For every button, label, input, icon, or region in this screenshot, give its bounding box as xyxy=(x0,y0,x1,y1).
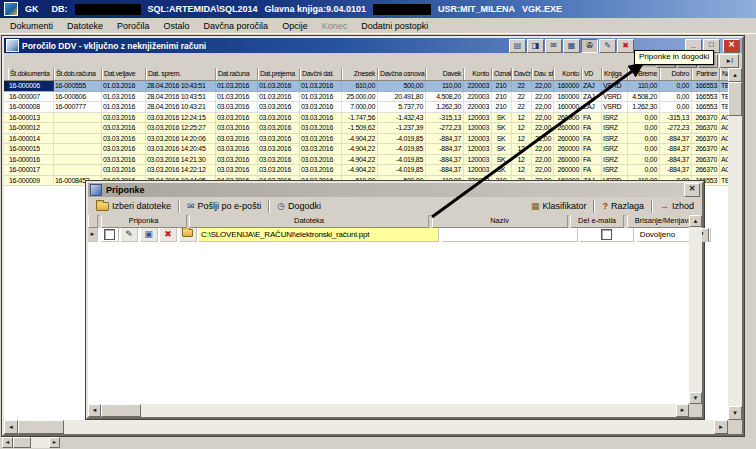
menu-davcna-porocila[interactable]: Davčna poročila xyxy=(197,20,276,32)
menu-datoteke[interactable]: Datoteke xyxy=(60,20,110,32)
izberi-datoteke-button[interactable]: Izberi datoteke xyxy=(91,200,176,212)
table-row[interactable]: 16-00001303.03.201603.03.2016 12:24:1503… xyxy=(4,113,728,124)
column-header[interactable]: Breme xyxy=(628,68,660,80)
scroll-up-icon[interactable]: ▲ xyxy=(689,215,702,227)
menu-opcije[interactable]: Opcije xyxy=(275,20,315,32)
column-header-naziv[interactable]: Naziv xyxy=(432,215,568,228)
scroll-up-icon[interactable]: ▲ xyxy=(728,68,742,82)
ddv-titlebar[interactable]: Poročilo DDV - vključno z neknjiženimi r… xyxy=(4,38,742,53)
column-header[interactable]: Dat.veljave xyxy=(102,68,146,80)
vscroll-thumb[interactable] xyxy=(728,82,742,116)
menu-dokumenti[interactable]: Dokumenti xyxy=(3,20,60,32)
ddv-horizontal-scrollbar[interactable]: ◄ ► xyxy=(4,420,728,434)
column-header[interactable]: Št.dokumenta xyxy=(8,68,54,80)
column-header[interactable]: Partner xyxy=(692,68,720,80)
column-header[interactable]: Dobro xyxy=(660,68,692,80)
save-attachment-icon[interactable]: ▣ xyxy=(144,229,153,239)
attachments-icon[interactable]: ✇ xyxy=(581,39,598,53)
priponke-vertical-scrollbar[interactable]: ▲ ▼ xyxy=(689,215,702,404)
column-header[interactable]: Dat.računa xyxy=(216,68,258,80)
column-header[interactable]: Davek xyxy=(426,68,464,80)
grid-cell: ACI xyxy=(720,123,728,134)
dogodki-button[interactable]: ◷ Dogodki xyxy=(272,200,326,212)
priponke-close-button[interactable]: ✕ xyxy=(684,183,700,197)
table-row[interactable]: 16-00001703.03.201603.03.2016 14:22:1203… xyxy=(4,165,728,176)
grid-cell: 1.262,30 xyxy=(426,102,464,113)
grid-cell xyxy=(54,134,102,145)
column-header[interactable]: VD xyxy=(582,68,602,80)
grid-cell: 03.03.2016 xyxy=(258,134,300,145)
column-header-del-emaila[interactable]: Del e-maila xyxy=(570,215,624,228)
scroll-left-icon[interactable]: ◄ xyxy=(4,420,18,434)
hscroll-thumb[interactable] xyxy=(101,404,141,417)
mdi-horizontal-scrollbar[interactable]: ◄ ► xyxy=(2,437,60,448)
column-header[interactable]: Davčna oz. xyxy=(512,68,532,80)
hscroll-thumb[interactable] xyxy=(13,437,31,448)
delete-attachment-icon[interactable]: ✖ xyxy=(164,229,172,239)
close-button[interactable]: ✕ xyxy=(723,39,740,53)
column-header[interactable]: Št.dob.računa xyxy=(54,68,102,80)
edit-attachment-icon[interactable]: ✎ xyxy=(125,229,133,239)
open-folder-icon[interactable] xyxy=(182,229,193,237)
menu-dodatni-postopki[interactable]: Dodatni postopki xyxy=(354,20,435,32)
table-row[interactable]: 16-00001503.03.201603.03.2016 14:20:4503… xyxy=(4,144,728,155)
column-header-priponka[interactable]: Priponka xyxy=(101,215,187,228)
priponke-row[interactable]: ► ✎ ▣ ✖ C:\SLOVENIJA\E_RAČUNI\elektronsk… xyxy=(88,228,689,242)
export-grid-icon[interactable]: ▦ xyxy=(563,39,580,53)
grid-cell: 266370 xyxy=(692,144,720,155)
column-header[interactable]: Konto xyxy=(554,68,582,80)
column-header[interactable]: Knjiga xyxy=(602,68,628,80)
edit-icon[interactable]: ✎ xyxy=(599,39,616,53)
scroll-down-icon[interactable]: ▼ xyxy=(689,392,702,404)
column-header-brisanje[interactable]: Brisanje/Menjava xyxy=(627,215,689,228)
scroll-down-icon[interactable]: ▼ xyxy=(728,406,742,420)
table-row[interactable]: 16-00001403.03.201603.03.2016 14:20:0603… xyxy=(4,134,728,145)
column-header[interactable]: Naziv xyxy=(720,68,728,80)
attachment-naziv-cell[interactable] xyxy=(442,228,578,242)
grid-cell: VSRD xyxy=(602,81,628,92)
table-row[interactable]: 16-00001603.03.201603.03.2016 14:21:3003… xyxy=(4,155,728,166)
last-record-icon[interactable]: ►I xyxy=(719,54,739,68)
table-row[interactable]: 16-00001203.03.201603.03.2016 12:25:2703… xyxy=(4,123,728,134)
column-header[interactable]: Dat.prejema xyxy=(258,68,300,80)
attachment-path-cell[interactable]: C:\SLOVENIJA\E_RAČUNI\elektronski_računi… xyxy=(199,228,439,242)
scroll-right-icon[interactable]: ► xyxy=(676,404,689,417)
menu-konec[interactable]: Konec xyxy=(315,20,355,32)
column-header[interactable]: Dav. st. xyxy=(532,68,554,80)
scroll-left-icon[interactable]: ◄ xyxy=(2,437,13,448)
column-header[interactable]: Davčni dat. xyxy=(300,68,342,80)
hscroll-thumb[interactable] xyxy=(18,420,64,434)
column-header[interactable]: Davčna osnova xyxy=(378,68,426,80)
column-header[interactable]: Oznaka xyxy=(492,68,512,80)
grid-cell: -1.509,62 xyxy=(342,123,378,134)
column-header-datoteka[interactable]: Datoteka xyxy=(189,215,429,228)
column-header[interactable]: Dat. sprem. xyxy=(146,68,216,80)
scroll-left-icon[interactable]: ◄ xyxy=(88,404,101,417)
del-emaila-checkbox[interactable] xyxy=(601,229,612,240)
delete-icon[interactable]: ✖ xyxy=(617,39,634,53)
scroll-right-icon[interactable]: ► xyxy=(49,437,60,448)
copy-icon[interactable]: ◨ xyxy=(527,39,544,53)
scroll-right-icon[interactable]: ► xyxy=(714,420,728,434)
report-list-icon[interactable]: ▤ xyxy=(509,39,526,53)
table-row[interactable]: 16-00000816-00077701.03.201628.04.2016 1… xyxy=(4,102,728,113)
mail-icon[interactable]: ✉ xyxy=(545,39,562,53)
menu-porocila[interactable]: Poročila xyxy=(110,20,157,32)
grid-cell: 0,00 xyxy=(660,81,692,92)
razlaga-button[interactable]: ? Razlaga xyxy=(597,200,649,212)
priponke-horizontal-scrollbar[interactable]: ◄ ► xyxy=(88,404,689,417)
column-header[interactable]: Konto xyxy=(464,68,492,80)
ddv-vertical-scrollbar[interactable]: ▲ ▼ xyxy=(728,68,742,420)
poslji-po-eposti-button[interactable]: ✉ Pošlji po e-pošti xyxy=(182,200,266,212)
klasifikator-button[interactable]: ▦ Klasifikator xyxy=(526,200,592,212)
priponka-checkbox[interactable] xyxy=(104,229,115,240)
app-titlebar[interactable]: GK DB: SQL:ARTEMIDA\SQL2014 Glavna knjig… xyxy=(0,0,756,18)
table-row[interactable]: 16-00000616-00055501.03.201628.04.2016 1… xyxy=(4,81,728,92)
menu-ostalo[interactable]: Ostalo xyxy=(157,20,197,32)
priponke-titlebar[interactable]: Priponke ✕ xyxy=(88,183,702,197)
column-header[interactable]: Znesek xyxy=(342,68,378,80)
izhod-button[interactable]: → Izhod xyxy=(655,200,699,212)
grid-cell: 260000 xyxy=(554,155,582,166)
app-title: GK xyxy=(25,4,39,14)
table-row[interactable]: 16-00000716-00060601.03.201628.04.2016 1… xyxy=(4,92,728,103)
